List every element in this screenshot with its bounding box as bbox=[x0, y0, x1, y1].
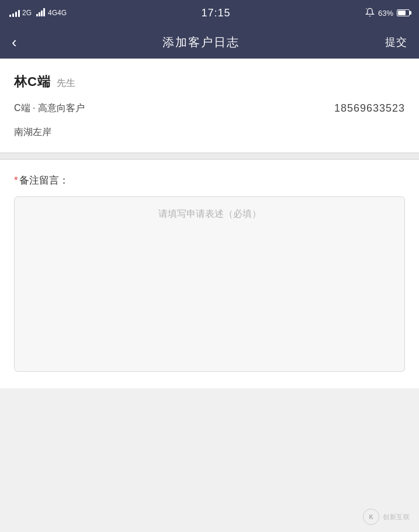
customer-info-row: C端 · 高意向客户 18569633523 bbox=[14, 102, 405, 115]
signal-icon bbox=[9, 9, 20, 17]
customer-name-row: 林C端 先生 bbox=[14, 73, 405, 91]
watermark-text: 创新互联 bbox=[383, 513, 410, 521]
watermark: K 创新互联 bbox=[363, 509, 410, 525]
nav-bar: ‹ 添加客户日志 提交 bbox=[0, 26, 419, 58]
customer-address: 南湖左岸 bbox=[14, 126, 405, 139]
status-right: 63% bbox=[365, 8, 410, 19]
signal-icon-2 bbox=[36, 8, 46, 18]
bell-icon bbox=[365, 8, 375, 19]
section-divider bbox=[0, 153, 419, 159]
customer-tag: C端 · 高意向客户 bbox=[14, 102, 85, 115]
network-label: 2G bbox=[22, 9, 32, 17]
battery-icon bbox=[397, 9, 410, 16]
submit-button[interactable]: 提交 bbox=[385, 35, 407, 49]
svg-rect-3 bbox=[43, 8, 45, 16]
back-button[interactable]: ‹ bbox=[12, 34, 17, 50]
status-bar: 2G 4G4G 17:15 63% bbox=[0, 0, 419, 26]
watermark-logo: K bbox=[363, 509, 379, 525]
svg-rect-0 bbox=[36, 14, 38, 16]
form-section: *备注留言： bbox=[0, 160, 419, 388]
battery-percent: 63% bbox=[378, 9, 393, 18]
form-label: *备注留言： bbox=[14, 174, 405, 187]
notes-textarea[interactable] bbox=[14, 196, 405, 372]
required-star: * bbox=[14, 175, 18, 186]
customer-phone: 18569633523 bbox=[334, 102, 405, 115]
customer-name: 林C端 bbox=[14, 73, 51, 91]
customer-title: 先生 bbox=[57, 77, 75, 89]
status-time: 17:15 bbox=[201, 7, 230, 19]
svg-rect-2 bbox=[41, 11, 43, 16]
status-left: 2G 4G4G bbox=[9, 8, 67, 18]
network-label-2: 4G4G bbox=[48, 9, 67, 17]
page-title: 添加客户日志 bbox=[162, 34, 240, 50]
svg-rect-1 bbox=[39, 12, 40, 16]
customer-section: 林C端 先生 C端 · 高意向客户 18569633523 南湖左岸 *备注留言… bbox=[0, 59, 419, 388]
